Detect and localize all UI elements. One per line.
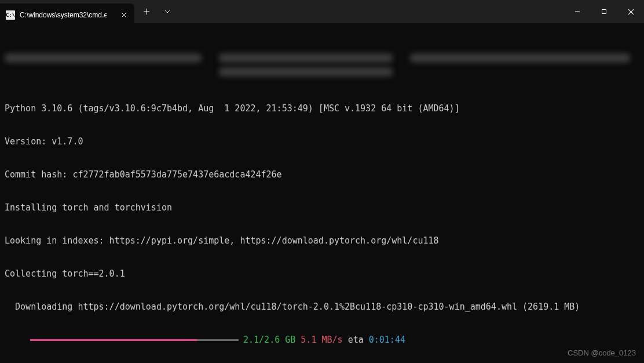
output-line: Collecting torch==2.0.1 — [5, 268, 639, 279]
output-line: Commit hash: cf2772fab0af5573da775e7437e… — [5, 169, 639, 180]
close-window-button[interactable] — [617, 0, 644, 23]
output-line: Version: v1.7.0 — [5, 136, 639, 147]
svg-rect-5 — [602, 10, 606, 14]
maximize-button[interactable] — [591, 0, 617, 23]
window-controls — [564, 0, 644, 23]
minimize-button[interactable] — [564, 0, 591, 23]
output-line: Python 3.10.6 (tags/v3.10.6:9c7b4bd, Aug… — [5, 103, 639, 114]
progress-eta-value: 0:01:44 — [369, 335, 405, 346]
progress-size: 2.1/2.6 GB — [243, 335, 295, 346]
terminal-tab[interactable]: C:\ C:\windows\system32\cmd.exe — [0, 3, 134, 27]
progress-bar — [30, 339, 239, 341]
tabstrip-actions — [134, 0, 177, 23]
close-tab-icon[interactable] — [119, 10, 129, 20]
watermark: CSDN @code_0123 — [568, 349, 636, 357]
progress-bar-fill — [30, 339, 197, 341]
titlebar: C:\ C:\windows\system32\cmd.exe — [0, 0, 644, 23]
redacted-line — [5, 52, 639, 78]
progress-eta-label: eta — [348, 335, 364, 346]
tab-dropdown-button[interactable] — [158, 2, 177, 21]
download-progress: 2.1/2.6 GB 5.1 MB/s eta 0:01:44 — [5, 335, 639, 346]
new-tab-button[interactable] — [137, 2, 156, 21]
terminal-output[interactable]: Python 3.10.6 (tags/v3.10.6:9c7b4bd, Aug… — [0, 23, 644, 361]
tab-title: C:\windows\system32\cmd.exe — [20, 11, 107, 19]
progress-bar-empty — [197, 339, 239, 341]
cmd-icon: C:\ — [6, 10, 15, 20]
output-line: Downloading https://download.pytorch.org… — [5, 302, 639, 313]
progress-speed: 5.1 MB/s — [301, 335, 342, 346]
output-line: Looking in indexes: https://pypi.org/sim… — [5, 235, 639, 246]
output-line: Installing torch and torchvision — [5, 202, 639, 213]
